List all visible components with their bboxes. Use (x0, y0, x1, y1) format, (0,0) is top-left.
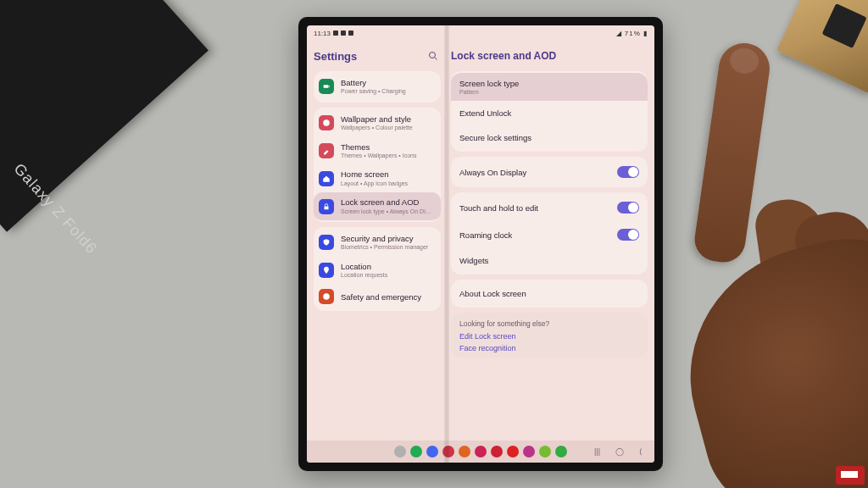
nav-home-icon[interactable]: ◯ (615, 447, 624, 456)
detail-row-title: Always On Display (459, 168, 617, 177)
svg-point-6 (323, 294, 330, 301)
status-battery-icon: ▮ (643, 30, 648, 37)
detail-group: About Lock screen (451, 280, 648, 308)
detail-row-title: Secure lock settings (459, 133, 639, 142)
settings-row-subtitle: Themes • Wallpapers • Icons (341, 152, 434, 159)
svg-rect-5 (325, 206, 329, 209)
related-link[interactable]: Face recognition (459, 344, 639, 352)
related-link[interactable]: Edit Lock screen (459, 332, 639, 341)
settings-row-home-screen[interactable]: Home screenLayout • App icon badges (314, 164, 441, 192)
sos-icon (319, 289, 334, 304)
detail-row-title: Roaming clock (459, 230, 617, 240)
detail-group: Touch and hold to editRoaming clockWidge… (451, 192, 648, 274)
settings-row-subtitle: Location requests (341, 272, 434, 279)
svg-point-0 (430, 53, 436, 58)
battery-icon (319, 79, 334, 94)
taskbar-app-icon[interactable] (523, 446, 535, 458)
lock-icon (319, 199, 334, 214)
detail-row-screen-lock-type[interactable]: Screen lock typePattern (451, 73, 648, 101)
settings-row-title: Themes (341, 142, 434, 152)
settings-row-subtitle: Power saving • Charging (341, 88, 434, 95)
taskbar-app-icon[interactable] (539, 446, 551, 458)
pin-icon (319, 263, 334, 278)
settings-row-battery[interactable]: BatteryPower saving • Charging (314, 73, 441, 101)
detail-row-roaming-clock[interactable]: Roaming clock (451, 221, 648, 248)
brush-icon (319, 143, 334, 158)
svg-line-1 (435, 58, 437, 60)
settings-row-title: Location (341, 262, 434, 271)
toggle-switch[interactable] (617, 202, 639, 214)
detail-row-about-lock-screen[interactable]: About Lock screen (451, 281, 648, 306)
svg-rect-3 (329, 86, 330, 88)
settings-group: Wallpaper and styleWallpapers • Colour p… (314, 108, 441, 222)
settings-row-title: Lock screen and AOD (341, 197, 434, 207)
wooden-prop (776, 0, 868, 93)
toggle-switch[interactable] (617, 166, 639, 178)
looking-for-label: Looking for something else? (459, 319, 639, 328)
settings-group: BatteryPower saving • Charging (314, 71, 441, 103)
settings-row-subtitle: Layout • App icon badges (341, 180, 434, 187)
detail-group: Screen lock typePatternExtend UnlockSecu… (451, 71, 648, 152)
taskbar-app-icon[interactable] (459, 446, 470, 458)
status-icon (341, 30, 346, 36)
settings-row-subtitle: Wallpapers • Colour palette (341, 125, 434, 131)
detail-row-title: Screen lock type (459, 79, 639, 88)
status-battery-text: 71% (625, 30, 641, 37)
detail-row-title: Touch and hold to edit (459, 203, 617, 213)
settings-detail-pane: Lock screen and AOD Screen lock typePatt… (446, 41, 654, 441)
detail-row-widgets[interactable]: Widgets (451, 248, 648, 273)
detail-row-title: Extend Unlock (459, 108, 639, 118)
channel-badge (836, 466, 865, 485)
nav-recents-icon[interactable]: ||| (594, 447, 600, 456)
settings-row-safety-and-emergency[interactable]: Safety and emergency (314, 284, 441, 309)
settings-row-themes[interactable]: ThemesThemes • Wallpapers • Icons (314, 137, 441, 165)
settings-row-title: Battery (341, 78, 434, 87)
settings-row-security-and-privacy[interactable]: Security and privacyBiometrics • Permiss… (314, 229, 441, 257)
detail-row-touch-and-hold-to-edit[interactable]: Touch and hold to edit (451, 194, 648, 221)
settings-group: Security and privacyBiometrics • Permiss… (314, 227, 441, 312)
looking-for-card: Looking for something else? Edit Lock sc… (451, 313, 648, 358)
status-signal-icon: ◢ (616, 30, 622, 37)
settings-row-wallpaper-and-style[interactable]: Wallpaper and styleWallpapers • Colour p… (314, 109, 441, 137)
nav-back-icon[interactable]: ⟨ (639, 447, 643, 456)
taskbar-app-icon[interactable] (555, 446, 567, 458)
search-button[interactable] (426, 48, 441, 64)
settings-row-lock-screen-and-aod[interactable]: Lock screen and AODScreen lock type • Al… (314, 192, 441, 220)
settings-row-title: Security and privacy (341, 234, 434, 243)
palette-icon (319, 115, 334, 130)
taskbar-app-icon[interactable] (426, 446, 438, 458)
product-box-label: Galaxy Z Fold6 (10, 160, 101, 258)
product-box-prop: Galaxy Z Fold6 (0, 0, 209, 232)
detail-group: Always On Display (451, 157, 648, 187)
detail-row-always-on-display[interactable]: Always On Display (451, 158, 648, 186)
svg-rect-2 (324, 86, 329, 88)
detail-title: Lock screen and AOD (451, 50, 648, 62)
settings-row-location[interactable]: LocationLocation requests (314, 257, 441, 285)
detail-row-title: Widgets (459, 256, 639, 265)
status-bar: 11:13 ◢ 71% ▮ (307, 25, 654, 41)
status-icon (333, 30, 338, 36)
settings-master-pane: Settings BatteryPower saving • ChargingW… (307, 41, 446, 441)
detail-row-extend-unlock[interactable]: Extend Unlock (451, 101, 648, 125)
taskbar-app-icon[interactable] (507, 446, 519, 458)
taskbar-app-icon[interactable] (491, 446, 503, 458)
detail-row-title: About Lock screen (459, 289, 639, 298)
settings-row-subtitle: Screen lock type • Always On Display (341, 208, 434, 215)
settings-row-title: Safety and emergency (341, 292, 434, 302)
settings-row-title: Home screen (341, 169, 434, 179)
taskbar-app-icon[interactable] (394, 446, 406, 458)
detail-row-secure-lock-settings[interactable]: Secure lock settings (451, 125, 648, 150)
detail-row-subtitle: Pattern (459, 89, 639, 95)
device-screen: 11:13 ◢ 71% ▮ Settings BatteryPo (307, 25, 654, 463)
toggle-switch[interactable] (617, 229, 639, 241)
status-time: 11:13 (314, 30, 331, 37)
shield-icon (319, 235, 334, 250)
taskbar-app-icon[interactable] (442, 446, 454, 458)
settings-title: Settings (314, 50, 426, 63)
search-icon (428, 51, 438, 61)
taskbar: ||| ◯ ⟨ (307, 441, 654, 463)
settings-row-subtitle: Biometrics • Permission manager (341, 244, 434, 251)
taskbar-app-icon[interactable] (410, 446, 422, 458)
svg-point-4 (323, 119, 330, 126)
taskbar-app-icon[interactable] (475, 446, 487, 458)
